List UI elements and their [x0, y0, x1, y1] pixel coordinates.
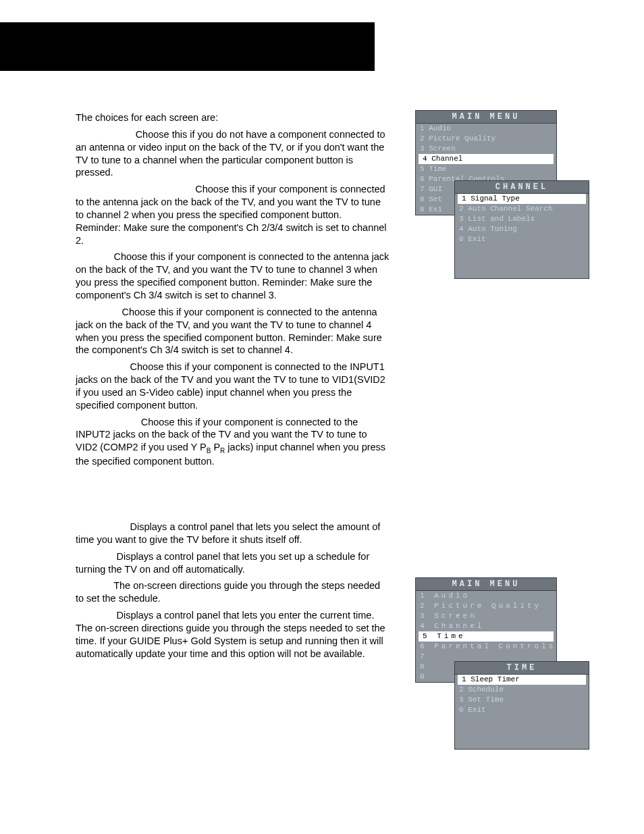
menu-item: 5 Time — [416, 164, 556, 174]
para-ant3: Choose this if your component is connect… — [76, 251, 390, 301]
submenu-item-selected: 1 Signal Type — [458, 194, 586, 204]
time-submenu-panel: TIME 1 Sleep Timer 2 Schedule 3 Set Time… — [454, 661, 589, 750]
menu-item: 6 Parental Controls — [416, 642, 556, 652]
submenu-item: 0 Exit — [455, 705, 589, 715]
main-menu-title: MAIN MENU — [416, 578, 556, 591]
menu-item: 2 Picture Quality — [416, 134, 556, 144]
main-menu-title: MAIN MENU — [416, 111, 556, 124]
osd-time: MAIN MENU 1 Audio 2 Picture Quality 3 Sc… — [415, 577, 591, 753]
menu-item: 1 Audio — [416, 124, 556, 134]
intro: The choices for each screen are: — [76, 111, 390, 124]
para-ant2: Choose this if your component is connect… — [76, 183, 390, 246]
submenu-item: 3 Set Time — [455, 695, 589, 705]
para-schedule-note: The on-screen directions guide you throu… — [76, 579, 390, 605]
submenu-item-selected: 1 Sleep Timer — [458, 675, 586, 685]
menu-item: 2 Picture Quality — [416, 601, 556, 611]
chapter-banner — [0, 22, 375, 71]
menu-item: 3 Screen — [416, 144, 556, 154]
channel-submenu-panel: CHANNEL 1 Signal Type 2 Auto Channel Sea… — [454, 180, 589, 279]
menu-item: 7 — [416, 652, 556, 662]
para-schedule: Displays a control panel that lets you s… — [76, 550, 390, 576]
para-ant4: Choose this if your component is connect… — [76, 306, 390, 357]
para-in2: Choose this if your component is connect… — [76, 416, 390, 468]
menu-item-selected: 5 Time — [419, 631, 554, 642]
osd-channel: MAIN MENU 1 Audio 2 Picture Quality 3 Sc… — [415, 110, 591, 286]
submenu-item: 3 List and Labels — [455, 214, 589, 224]
menu-item-selected: 4 Channel — [419, 154, 554, 164]
menu-item: 3 Screen — [416, 611, 556, 621]
para-nochange: Choose this if you do not have a compone… — [76, 128, 390, 179]
submenu-item: 0 Exit — [455, 234, 589, 244]
menu-item: 1 Audio — [416, 591, 556, 601]
menu-item: 4 Channel — [416, 621, 556, 631]
para-settime: Displays a control panel that lets you e… — [76, 609, 390, 660]
para-in1: Choose this if your component is connect… — [76, 361, 390, 411]
channel-title: CHANNEL — [455, 181, 589, 194]
submenu-item: 2 Schedule — [455, 685, 589, 695]
body-text: The choices for each screen are: Choose … — [76, 111, 390, 664]
para-sleep: Displays a control panel that lets you s… — [76, 521, 390, 546]
submenu-item: 2 Auto Channel Search — [455, 204, 589, 214]
submenu-item: 4 Auto Tuning — [455, 224, 589, 234]
time-title: TIME — [455, 662, 589, 675]
